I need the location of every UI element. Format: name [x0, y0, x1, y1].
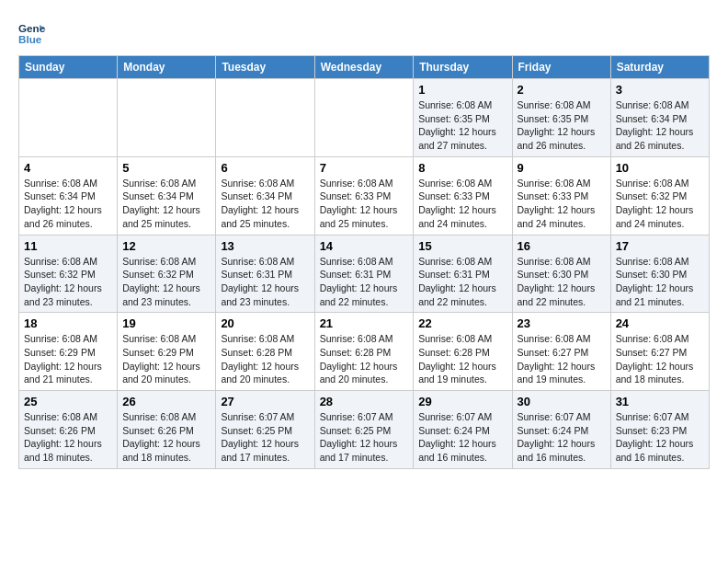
calendar-cell: 22Sunrise: 6:08 AM Sunset: 6:28 PM Dayli… — [414, 313, 512, 391]
calendar-week-row: 25Sunrise: 6:08 AM Sunset: 6:26 PM Dayli… — [19, 391, 710, 469]
day-info: Sunrise: 6:08 AM Sunset: 6:32 PM Dayligh… — [122, 255, 210, 309]
weekday-header-tuesday: Tuesday — [216, 56, 314, 79]
calendar-cell: 14Sunrise: 6:08 AM Sunset: 6:31 PM Dayli… — [314, 235, 414, 313]
svg-text:Blue: Blue — [18, 33, 42, 45]
day-number: 17 — [616, 239, 704, 253]
calendar-cell: 2Sunrise: 6:08 AM Sunset: 6:35 PM Daylig… — [512, 79, 610, 157]
day-info: Sunrise: 6:08 AM Sunset: 6:28 PM Dayligh… — [320, 332, 409, 386]
calendar-cell: 8Sunrise: 6:08 AM Sunset: 6:33 PM Daylig… — [414, 156, 512, 235]
calendar-table: SundayMondayTuesdayWednesdayThursdayFrid… — [18, 55, 710, 469]
day-number: 28 — [320, 395, 409, 408]
day-number: 29 — [418, 395, 506, 408]
calendar-cell: 24Sunrise: 6:08 AM Sunset: 6:27 PM Dayli… — [610, 313, 709, 391]
day-info: Sunrise: 6:07 AM Sunset: 6:24 PM Dayligh… — [418, 410, 506, 465]
day-number: 27 — [221, 395, 309, 408]
calendar-cell: 17Sunrise: 6:08 AM Sunset: 6:30 PM Dayli… — [610, 235, 709, 313]
day-info: Sunrise: 6:08 AM Sunset: 6:34 PM Dayligh… — [24, 177, 112, 231]
day-number: 22 — [418, 316, 506, 330]
day-info: Sunrise: 6:08 AM Sunset: 6:33 PM Dayligh… — [518, 177, 606, 231]
calendar-cell: 15Sunrise: 6:08 AM Sunset: 6:31 PM Dayli… — [414, 235, 512, 313]
calendar-header-row: SundayMondayTuesdayWednesdayThursdayFrid… — [19, 56, 710, 79]
calendar-cell — [314, 79, 414, 157]
day-number: 20 — [221, 316, 309, 330]
calendar-cell: 31Sunrise: 6:07 AM Sunset: 6:23 PM Dayli… — [610, 391, 709, 469]
day-info: Sunrise: 6:08 AM Sunset: 6:28 PM Dayligh… — [221, 332, 309, 386]
day-number: 19 — [122, 316, 210, 330]
day-number: 31 — [616, 395, 704, 408]
day-number: 11 — [24, 239, 112, 253]
calendar-cell: 26Sunrise: 6:08 AM Sunset: 6:26 PM Dayli… — [118, 391, 216, 469]
logo-icon: General Blue — [18, 18, 46, 46]
day-info: Sunrise: 6:08 AM Sunset: 6:29 PM Dayligh… — [24, 332, 112, 386]
day-info: Sunrise: 6:08 AM Sunset: 6:27 PM Dayligh… — [616, 332, 704, 386]
day-number: 21 — [320, 316, 409, 330]
day-number: 13 — [221, 239, 309, 253]
calendar-week-row: 18Sunrise: 6:08 AM Sunset: 6:29 PM Dayli… — [19, 313, 710, 391]
day-info: Sunrise: 6:07 AM Sunset: 6:25 PM Dayligh… — [320, 410, 409, 465]
day-info: Sunrise: 6:08 AM Sunset: 6:35 PM Dayligh… — [518, 98, 606, 153]
calendar-cell: 25Sunrise: 6:08 AM Sunset: 6:26 PM Dayli… — [19, 391, 118, 469]
day-info: Sunrise: 6:08 AM Sunset: 6:32 PM Dayligh… — [616, 177, 704, 231]
weekday-header-thursday: Thursday — [414, 56, 512, 79]
day-number: 7 — [320, 161, 409, 175]
weekday-header-wednesday: Wednesday — [314, 56, 414, 79]
day-info: Sunrise: 6:08 AM Sunset: 6:35 PM Dayligh… — [418, 98, 506, 153]
day-number: 25 — [24, 395, 112, 408]
day-number: 3 — [616, 83, 704, 97]
day-info: Sunrise: 6:08 AM Sunset: 6:33 PM Dayligh… — [418, 177, 506, 231]
day-info: Sunrise: 6:08 AM Sunset: 6:34 PM Dayligh… — [616, 98, 704, 153]
calendar-cell: 13Sunrise: 6:08 AM Sunset: 6:31 PM Dayli… — [216, 235, 314, 313]
weekday-header-saturday: Saturday — [610, 56, 709, 79]
day-number: 18 — [24, 316, 112, 330]
day-info: Sunrise: 6:08 AM Sunset: 6:33 PM Dayligh… — [320, 177, 409, 231]
calendar-cell: 3Sunrise: 6:08 AM Sunset: 6:34 PM Daylig… — [610, 79, 709, 157]
day-info: Sunrise: 6:08 AM Sunset: 6:30 PM Dayligh… — [518, 255, 606, 309]
day-number: 16 — [518, 239, 606, 253]
calendar-week-row: 4Sunrise: 6:08 AM Sunset: 6:34 PM Daylig… — [19, 156, 710, 235]
weekday-header-friday: Friday — [512, 56, 610, 79]
day-info: Sunrise: 6:08 AM Sunset: 6:26 PM Dayligh… — [122, 410, 210, 465]
day-number: 12 — [122, 239, 210, 253]
calendar-cell: 19Sunrise: 6:08 AM Sunset: 6:29 PM Dayli… — [118, 313, 216, 391]
day-number: 10 — [616, 161, 704, 175]
logo: General Blue — [18, 18, 50, 46]
day-number: 4 — [24, 161, 112, 175]
day-info: Sunrise: 6:08 AM Sunset: 6:30 PM Dayligh… — [616, 255, 704, 309]
calendar-cell: 1Sunrise: 6:08 AM Sunset: 6:35 PM Daylig… — [414, 79, 512, 157]
day-info: Sunrise: 6:07 AM Sunset: 6:23 PM Dayligh… — [616, 410, 704, 465]
day-info: Sunrise: 6:08 AM Sunset: 6:26 PM Dayligh… — [24, 410, 112, 465]
calendar-cell: 12Sunrise: 6:08 AM Sunset: 6:32 PM Dayli… — [118, 235, 216, 313]
day-number: 26 — [122, 395, 210, 408]
calendar-cell: 28Sunrise: 6:07 AM Sunset: 6:25 PM Dayli… — [314, 391, 414, 469]
page-header: General Blue — [18, 18, 710, 46]
calendar-week-row: 11Sunrise: 6:08 AM Sunset: 6:32 PM Dayli… — [19, 235, 710, 313]
calendar-cell: 21Sunrise: 6:08 AM Sunset: 6:28 PM Dayli… — [314, 313, 414, 391]
calendar-cell: 9Sunrise: 6:08 AM Sunset: 6:33 PM Daylig… — [512, 156, 610, 235]
calendar-cell: 4Sunrise: 6:08 AM Sunset: 6:34 PM Daylig… — [19, 156, 118, 235]
day-number: 15 — [418, 239, 506, 253]
day-info: Sunrise: 6:08 AM Sunset: 6:34 PM Dayligh… — [122, 177, 210, 231]
calendar-cell: 6Sunrise: 6:08 AM Sunset: 6:34 PM Daylig… — [216, 156, 314, 235]
day-number: 23 — [518, 316, 606, 330]
calendar-cell: 10Sunrise: 6:08 AM Sunset: 6:32 PM Dayli… — [610, 156, 709, 235]
day-info: Sunrise: 6:08 AM Sunset: 6:34 PM Dayligh… — [221, 177, 309, 231]
day-number: 1 — [418, 83, 506, 97]
weekday-header-sunday: Sunday — [19, 56, 118, 79]
calendar-cell — [19, 79, 118, 157]
weekday-header-monday: Monday — [118, 56, 216, 79]
calendar-cell: 18Sunrise: 6:08 AM Sunset: 6:29 PM Dayli… — [19, 313, 118, 391]
day-number: 14 — [320, 239, 409, 253]
day-info: Sunrise: 6:08 AM Sunset: 6:31 PM Dayligh… — [320, 255, 409, 309]
day-info: Sunrise: 6:08 AM Sunset: 6:28 PM Dayligh… — [418, 332, 506, 386]
day-info: Sunrise: 6:07 AM Sunset: 6:24 PM Dayligh… — [518, 410, 606, 465]
day-number: 24 — [616, 316, 704, 330]
calendar-cell: 29Sunrise: 6:07 AM Sunset: 6:24 PM Dayli… — [414, 391, 512, 469]
day-number: 9 — [518, 161, 606, 175]
day-number: 30 — [518, 395, 606, 408]
calendar-cell: 30Sunrise: 6:07 AM Sunset: 6:24 PM Dayli… — [512, 391, 610, 469]
calendar-week-row: 1Sunrise: 6:08 AM Sunset: 6:35 PM Daylig… — [19, 79, 710, 157]
day-info: Sunrise: 6:07 AM Sunset: 6:25 PM Dayligh… — [221, 410, 309, 465]
calendar-cell: 23Sunrise: 6:08 AM Sunset: 6:27 PM Dayli… — [512, 313, 610, 391]
calendar-cell — [216, 79, 314, 157]
day-number: 2 — [518, 83, 606, 97]
